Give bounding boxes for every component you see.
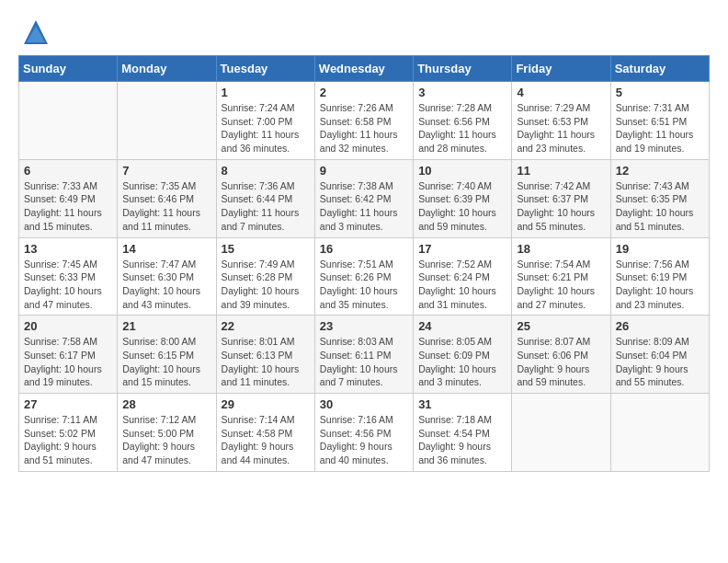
day-info: Sunrise: 8:03 AM Sunset: 6:11 PM Dayligh…: [320, 335, 408, 389]
day-info: Sunrise: 7:11 AM Sunset: 5:02 PM Dayligh…: [24, 413, 112, 467]
day-info: Sunrise: 7:31 AM Sunset: 6:51 PM Dayligh…: [616, 101, 704, 155]
weekday-header-sunday: Sunday: [19, 56, 118, 82]
day-info: Sunrise: 7:47 AM Sunset: 6:30 PM Dayligh…: [122, 258, 210, 312]
day-number: 27: [24, 397, 112, 411]
day-number: 21: [122, 319, 210, 333]
calendar-cell: 24Sunrise: 8:05 AM Sunset: 6:09 PM Dayli…: [414, 316, 512, 394]
day-info: Sunrise: 8:00 AM Sunset: 6:15 PM Dayligh…: [122, 335, 210, 389]
weekday-header-wednesday: Wednesday: [314, 56, 413, 82]
day-info: Sunrise: 7:49 AM Sunset: 6:28 PM Dayligh…: [222, 258, 310, 312]
day-number: 5: [616, 86, 704, 99]
calendar-cell: 9Sunrise: 7:38 AM Sunset: 6:42 PM Daylig…: [314, 159, 413, 237]
day-info: Sunrise: 8:01 AM Sunset: 6:13 PM Dayligh…: [222, 335, 310, 389]
calendar-cell: 30Sunrise: 7:16 AM Sunset: 4:56 PM Dayli…: [314, 394, 413, 472]
calendar-cell: 31Sunrise: 7:18 AM Sunset: 4:54 PM Dayli…: [414, 394, 512, 472]
calendar-cell: 17Sunrise: 7:52 AM Sunset: 6:24 PM Dayli…: [414, 237, 512, 316]
calendar-cell: 28Sunrise: 7:12 AM Sunset: 5:00 PM Dayli…: [118, 394, 216, 472]
weekday-header-monday: Monday: [118, 56, 216, 82]
day-info: Sunrise: 8:07 AM Sunset: 6:06 PM Dayligh…: [517, 335, 605, 389]
day-info: Sunrise: 7:18 AM Sunset: 4:54 PM Dayligh…: [418, 413, 506, 467]
day-number: 28: [122, 397, 210, 411]
day-info: Sunrise: 7:14 AM Sunset: 4:58 PM Dayligh…: [222, 413, 310, 467]
logo: [18, 18, 50, 46]
day-number: 3: [418, 86, 506, 99]
calendar-cell: 8Sunrise: 7:36 AM Sunset: 6:44 PM Daylig…: [216, 159, 314, 237]
header: [18, 18, 710, 46]
calendar-cell: 6Sunrise: 7:33 AM Sunset: 6:49 PM Daylig…: [19, 159, 118, 237]
calendar-cell: 16Sunrise: 7:51 AM Sunset: 6:26 PM Dayli…: [314, 237, 413, 316]
calendar-cell: 7Sunrise: 7:35 AM Sunset: 6:46 PM Daylig…: [118, 159, 216, 237]
day-number: 8: [222, 164, 310, 178]
day-info: Sunrise: 7:35 AM Sunset: 6:46 PM Dayligh…: [122, 179, 210, 234]
day-number: 16: [320, 242, 408, 256]
day-info: Sunrise: 7:58 AM Sunset: 6:17 PM Dayligh…: [24, 335, 112, 389]
day-info: Sunrise: 7:28 AM Sunset: 6:56 PM Dayligh…: [418, 101, 506, 155]
day-info: Sunrise: 7:43 AM Sunset: 6:35 PM Dayligh…: [616, 179, 704, 234]
day-info: Sunrise: 7:51 AM Sunset: 6:26 PM Dayligh…: [320, 258, 408, 312]
calendar-cell: 25Sunrise: 8:07 AM Sunset: 6:06 PM Dayli…: [512, 316, 610, 394]
calendar-cell: 21Sunrise: 8:00 AM Sunset: 6:15 PM Dayli…: [118, 316, 216, 394]
calendar-cell: 19Sunrise: 7:56 AM Sunset: 6:19 PM Dayli…: [610, 237, 709, 316]
day-number: 23: [320, 319, 408, 333]
calendar-cell: 27Sunrise: 7:11 AM Sunset: 5:02 PM Dayli…: [19, 394, 118, 472]
calendar-cell: 3Sunrise: 7:28 AM Sunset: 6:56 PM Daylig…: [414, 82, 512, 160]
day-number: 14: [122, 242, 210, 256]
calendar-cell: 26Sunrise: 8:09 AM Sunset: 6:04 PM Dayli…: [610, 316, 709, 394]
day-number: 1: [222, 86, 310, 99]
calendar-cell: 18Sunrise: 7:54 AM Sunset: 6:21 PM Dayli…: [512, 237, 610, 316]
day-info: Sunrise: 7:54 AM Sunset: 6:21 PM Dayligh…: [517, 258, 605, 312]
calendar-cell: 23Sunrise: 8:03 AM Sunset: 6:11 PM Dayli…: [314, 316, 413, 394]
day-info: Sunrise: 8:05 AM Sunset: 6:09 PM Dayligh…: [418, 335, 506, 389]
day-info: Sunrise: 7:52 AM Sunset: 6:24 PM Dayligh…: [418, 258, 506, 312]
day-number: 29: [222, 397, 310, 411]
logo-icon: [22, 18, 50, 46]
day-number: 6: [24, 164, 112, 178]
day-number: 15: [222, 242, 310, 256]
day-number: 10: [418, 164, 506, 178]
day-number: 25: [517, 319, 605, 333]
day-number: 9: [320, 164, 408, 178]
calendar-cell: [610, 394, 709, 472]
day-number: 4: [517, 86, 605, 99]
calendar-cell: 22Sunrise: 8:01 AM Sunset: 6:13 PM Dayli…: [216, 316, 314, 394]
day-number: 17: [418, 242, 506, 256]
weekday-header-thursday: Thursday: [414, 56, 512, 82]
calendar-cell: 5Sunrise: 7:31 AM Sunset: 6:51 PM Daylig…: [610, 82, 709, 160]
day-info: Sunrise: 7:16 AM Sunset: 4:56 PM Dayligh…: [320, 413, 408, 467]
day-info: Sunrise: 7:38 AM Sunset: 6:42 PM Dayligh…: [320, 179, 408, 234]
week-row-5: 27Sunrise: 7:11 AM Sunset: 5:02 PM Dayli…: [19, 394, 710, 472]
calendar-cell: [512, 394, 610, 472]
calendar-cell: 20Sunrise: 7:58 AM Sunset: 6:17 PM Dayli…: [19, 316, 118, 394]
calendar-cell: 12Sunrise: 7:43 AM Sunset: 6:35 PM Dayli…: [610, 159, 709, 237]
calendar-cell: 11Sunrise: 7:42 AM Sunset: 6:37 PM Dayli…: [512, 159, 610, 237]
calendar-cell: 1Sunrise: 7:24 AM Sunset: 7:00 PM Daylig…: [216, 82, 314, 160]
calendar-cell: 4Sunrise: 7:29 AM Sunset: 6:53 PM Daylig…: [512, 82, 610, 160]
day-number: 13: [24, 242, 112, 256]
calendar-cell: 13Sunrise: 7:45 AM Sunset: 6:33 PM Dayli…: [19, 237, 118, 316]
calendar-cell: 10Sunrise: 7:40 AM Sunset: 6:39 PM Dayli…: [414, 159, 512, 237]
week-row-4: 20Sunrise: 7:58 AM Sunset: 6:17 PM Dayli…: [19, 316, 710, 394]
day-info: Sunrise: 7:40 AM Sunset: 6:39 PM Dayligh…: [418, 179, 506, 234]
day-number: 2: [320, 86, 408, 99]
day-info: Sunrise: 7:24 AM Sunset: 7:00 PM Dayligh…: [222, 101, 310, 155]
day-info: Sunrise: 7:29 AM Sunset: 6:53 PM Dayligh…: [517, 101, 605, 155]
day-info: Sunrise: 7:12 AM Sunset: 5:00 PM Dayligh…: [122, 413, 210, 467]
day-number: 12: [616, 164, 704, 178]
calendar-cell: 29Sunrise: 7:14 AM Sunset: 4:58 PM Dayli…: [216, 394, 314, 472]
day-number: 24: [418, 319, 506, 333]
day-number: 20: [24, 319, 112, 333]
day-number: 11: [517, 164, 605, 178]
calendar-cell: 14Sunrise: 7:47 AM Sunset: 6:30 PM Dayli…: [118, 237, 216, 316]
day-number: 31: [418, 397, 506, 411]
weekday-header-friday: Friday: [512, 56, 610, 82]
weekday-header-row: SundayMondayTuesdayWednesdayThursdayFrid…: [19, 56, 710, 82]
day-number: 26: [616, 319, 704, 333]
calendar-cell: 15Sunrise: 7:49 AM Sunset: 6:28 PM Dayli…: [216, 237, 314, 316]
day-info: Sunrise: 8:09 AM Sunset: 6:04 PM Dayligh…: [616, 335, 704, 389]
calendar-cell: [118, 82, 216, 160]
weekday-header-saturday: Saturday: [610, 56, 709, 82]
day-info: Sunrise: 7:26 AM Sunset: 6:58 PM Dayligh…: [320, 101, 408, 155]
week-row-1: 1Sunrise: 7:24 AM Sunset: 7:00 PM Daylig…: [19, 82, 710, 160]
week-row-2: 6Sunrise: 7:33 AM Sunset: 6:49 PM Daylig…: [19, 159, 710, 237]
day-info: Sunrise: 7:36 AM Sunset: 6:44 PM Dayligh…: [222, 179, 310, 234]
